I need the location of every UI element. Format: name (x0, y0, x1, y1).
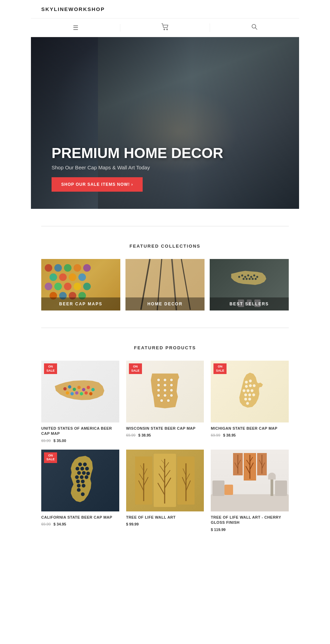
header: SKYLINEWORKSHOP ☰ (31, 0, 299, 37)
svg-point-71 (78, 463, 82, 466)
svg-point-56 (167, 399, 170, 402)
svg-point-81 (85, 475, 89, 479)
product-california-name: CALIFORNIA STATE BEER CAP MAP (41, 515, 119, 520)
collection-beer-cap-maps[interactable]: BEER CAP MAPS (41, 259, 120, 310)
svg-point-5 (241, 274, 243, 276)
search-icon (251, 24, 257, 32)
svg-point-14 (252, 278, 254, 280)
svg-point-48 (170, 384, 173, 387)
product-tree-price: $ 99.99 (126, 522, 204, 526)
collection-home-decor-label: HOME DECOR (125, 297, 205, 310)
product-california-map[interactable]: ONSALE (41, 450, 119, 532)
featured-products-title: FEATURED PRODUCTS (41, 345, 289, 350)
svg-point-0 (164, 29, 165, 30)
svg-point-24 (70, 392, 74, 396)
svg-point-13 (249, 278, 251, 280)
featured-collections-title: FEATURED COLLECTIONS (41, 244, 289, 249)
nav-search[interactable] (210, 24, 299, 32)
svg-point-76 (77, 471, 81, 475)
svg-point-8 (250, 276, 252, 278)
svg-point-69 (248, 398, 251, 400)
svg-point-62 (242, 389, 245, 392)
on-sale-badge-wisconsin: ONSALE (129, 363, 142, 374)
svg-point-64 (251, 389, 253, 392)
svg-point-73 (76, 467, 79, 471)
hero-subtitle: Shop Our Beer Cap Maps & Wall Art Today (52, 165, 223, 170)
svg-point-15 (255, 278, 257, 280)
svg-point-21 (87, 386, 90, 389)
svg-point-46 (157, 384, 160, 387)
price-sale-wi: $ 38.95 (138, 433, 151, 437)
svg-point-82 (76, 479, 80, 483)
header-top: SKYLINEWORKSHOP (31, 0, 299, 19)
product-tree-life-cherry[interactable]: TREE OF LIFE WALL ART - CHERRY GLOSS FIN… (211, 450, 289, 532)
svg-point-12 (246, 278, 248, 280)
svg-point-6 (244, 276, 246, 278)
on-sale-badge-ca: ONSALE (44, 452, 57, 463)
svg-point-25 (75, 391, 79, 395)
collection-best-sellers-label: BEST SELLERS (210, 297, 289, 310)
on-sale-badge: ONSALE (44, 363, 57, 374)
svg-point-66 (248, 394, 251, 396)
svg-point-22 (91, 388, 95, 392)
svg-point-84 (77, 484, 81, 488)
svg-point-74 (80, 467, 84, 471)
product-michigan-price: 69.99 $ 38.95 (211, 433, 289, 437)
svg-point-4 (238, 276, 240, 278)
cart-icon (161, 23, 169, 32)
product-usa-map[interactable]: ONSALE (41, 361, 119, 443)
product-tree-name: TREE OF LIFE WALL ART (126, 515, 204, 520)
svg-point-44 (164, 379, 166, 382)
collection-home-decor[interactable]: HOME DECOR (125, 259, 205, 310)
svg-point-80 (80, 475, 84, 479)
product-usa-price: 69.99 $ 35.00 (41, 439, 119, 443)
product-wisconsin-map[interactable]: ONSALE (126, 361, 204, 443)
product-michigan-name: MICHIGAN STATE BEER CAP MAP (211, 426, 289, 431)
collection-best-sellers[interactable]: BEST SELLERS (210, 259, 289, 310)
svg-point-1 (166, 29, 167, 30)
svg-point-19 (77, 386, 81, 389)
price-sale-ca: $ 34.95 (54, 522, 66, 526)
svg-point-51 (170, 389, 173, 392)
nav-menu[interactable]: ☰ (31, 24, 120, 32)
price-original-mi: 69.99 (211, 433, 220, 437)
hero-title: PREMIUM HOME DECOR (52, 145, 223, 161)
svg-point-28 (89, 392, 93, 396)
product-tree-cherry-price: $ 119.99 (211, 528, 289, 532)
featured-products-section: FEATURED PRODUCTS ONSALE (31, 328, 299, 549)
svg-point-50 (164, 389, 166, 392)
svg-point-53 (164, 394, 166, 397)
svg-point-59 (245, 385, 248, 388)
product-wisconsin-name: WISCONSIN STATE BEER CAP MAP (126, 426, 204, 431)
svg-point-52 (157, 394, 160, 397)
menu-icon: ☰ (73, 24, 78, 32)
svg-point-68 (244, 398, 247, 400)
hero-cta-button[interactable]: SHOP OUR SALE ITEMS NOW! › (52, 177, 143, 192)
collections-grid: BEER CAP MAPS HOME DECOR (41, 259, 289, 310)
svg-point-11 (243, 278, 245, 280)
svg-point-2 (252, 24, 256, 28)
featured-collections-section: FEATURED COLLECTIONS (31, 226, 299, 328)
svg-point-20 (82, 388, 86, 392)
svg-point-85 (82, 484, 86, 488)
svg-point-58 (249, 380, 252, 382)
svg-point-17 (68, 385, 72, 389)
svg-point-43 (157, 379, 160, 382)
nav-cart[interactable] (120, 23, 210, 32)
svg-point-65 (244, 394, 247, 396)
svg-point-87 (81, 493, 85, 496)
svg-point-61 (253, 384, 255, 387)
product-michigan-map[interactable]: ONSALE (211, 361, 289, 443)
product-tree-life[interactable]: TREE OF LIFE WALL ART $ 99.99 (126, 450, 204, 532)
svg-point-26 (80, 392, 84, 396)
svg-point-63 (246, 389, 249, 392)
svg-point-23 (66, 391, 69, 395)
price-sale-mi: $ 38.95 (223, 433, 236, 437)
svg-line-3 (255, 28, 257, 30)
footer-space (31, 549, 299, 563)
svg-point-79 (75, 475, 79, 479)
price-sale-cherry: $ 119.99 (211, 528, 226, 532)
svg-point-78 (86, 472, 90, 475)
svg-point-83 (81, 479, 85, 483)
price-original: 69.99 (41, 439, 51, 443)
